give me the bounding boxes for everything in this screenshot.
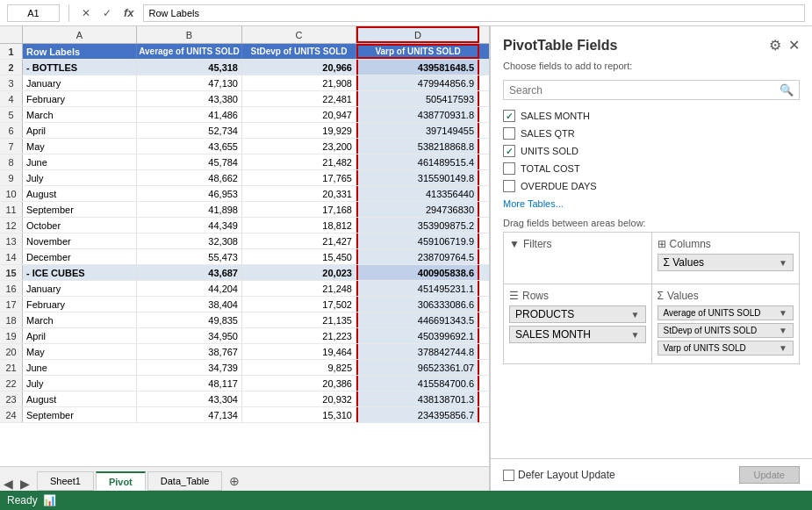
- col-header-b[interactable]: B: [137, 26, 242, 43]
- cell-row1-c[interactable]: StDevp of UNITS SOLD: [242, 44, 356, 59]
- cell-b[interactable]: 38,404: [137, 297, 242, 312]
- cell-d[interactable]: 306333086.6: [356, 297, 479, 312]
- cell-b[interactable]: 43,687: [137, 265, 242, 280]
- cell-d[interactable]: 96523361.07: [356, 360, 479, 375]
- cell-c[interactable]: 17,168: [242, 202, 356, 217]
- cell-c[interactable]: 17,765: [242, 170, 356, 185]
- cell-a[interactable]: April: [23, 328, 137, 343]
- cell-a[interactable]: August: [23, 391, 137, 406]
- cell-b[interactable]: 32,308: [137, 233, 242, 248]
- cell-c[interactable]: 22,481: [242, 91, 356, 106]
- field-checkbox[interactable]: [503, 162, 515, 175]
- cell-a[interactable]: July: [23, 376, 137, 391]
- cell-c[interactable]: 20,331: [242, 186, 356, 201]
- cell-c[interactable]: 21,482: [242, 154, 356, 169]
- pivot-settings-icon[interactable]: ⚙: [769, 37, 781, 54]
- cell-d[interactable]: 397149455: [356, 123, 479, 138]
- cell-a[interactable]: - BOTTLES: [23, 60, 137, 75]
- col-header-a[interactable]: A: [23, 26, 137, 43]
- sheet-tab-pivot[interactable]: Pivot: [96, 471, 146, 491]
- update-button[interactable]: Update: [739, 466, 800, 484]
- cell-a[interactable]: May: [23, 139, 137, 154]
- cell-b[interactable]: 55,473: [137, 249, 242, 264]
- cell-b[interactable]: 44,349: [137, 218, 242, 233]
- cell-d[interactable]: 438770931.8: [356, 107, 479, 122]
- cell-c[interactable]: 20,932: [242, 391, 356, 406]
- cell-b[interactable]: 38,767: [137, 344, 242, 359]
- field-checkbox[interactable]: [503, 110, 515, 122]
- search-input[interactable]: [509, 84, 780, 97]
- cell-b[interactable]: 45,784: [137, 154, 242, 169]
- cell-d[interactable]: 415584700.6: [356, 376, 479, 391]
- cell-c[interactable]: 17,502: [242, 297, 356, 312]
- cell-c[interactable]: 21,427: [242, 233, 356, 248]
- cell-a[interactable]: February: [23, 91, 137, 106]
- field-checkbox[interactable]: [503, 145, 515, 157]
- more-tables-link[interactable]: More Tables...: [491, 195, 812, 212]
- cell-d[interactable]: 438138701.3: [356, 391, 479, 406]
- cell-d[interactable]: 413356440: [356, 186, 479, 201]
- search-box[interactable]: 🔍: [503, 80, 800, 100]
- cell-b[interactable]: 43,380: [137, 91, 242, 106]
- cell-c[interactable]: 20,947: [242, 107, 356, 122]
- cancel-btn[interactable]: ✕: [78, 5, 94, 21]
- cell-a[interactable]: July: [23, 170, 137, 185]
- col-header-d[interactable]: D: [356, 26, 479, 43]
- cell-d[interactable]: 234395856.7: [356, 407, 479, 422]
- cell-c[interactable]: 15,310: [242, 407, 356, 422]
- defer-checkbox[interactable]: [503, 470, 514, 481]
- cell-d[interactable]: 315590149.8: [356, 170, 479, 185]
- cell-a[interactable]: September: [23, 202, 137, 217]
- cell-d[interactable]: 459106719.9: [356, 233, 479, 248]
- cell-a[interactable]: June: [23, 154, 137, 169]
- cell-b[interactable]: 52,734: [137, 123, 242, 138]
- cell-b[interactable]: 43,304: [137, 391, 242, 406]
- sheet-nav-right[interactable]: ▶: [20, 477, 30, 491]
- cell-d[interactable]: 294736830: [356, 202, 479, 217]
- pivot-close-icon[interactable]: ✕: [788, 37, 800, 54]
- cell-b[interactable]: 49,835: [137, 312, 242, 327]
- cell-b[interactable]: 34,950: [137, 328, 242, 343]
- cell-d[interactable]: 461489515.4: [356, 154, 479, 169]
- cell-c[interactable]: 9,825: [242, 360, 356, 375]
- cell-b[interactable]: 47,130: [137, 75, 242, 90]
- cell-d[interactable]: 353909875.2: [356, 218, 479, 233]
- cell-d[interactable]: 439581648.5: [356, 60, 479, 75]
- rows-item-products[interactable]: PRODUCTS ▼: [509, 305, 646, 323]
- cell-b[interactable]: 45,318: [137, 60, 242, 75]
- cell-a[interactable]: January: [23, 75, 137, 90]
- cell-d[interactable]: 238709764.5: [356, 249, 479, 264]
- cell-c[interactable]: 21,135: [242, 312, 356, 327]
- cell-c[interactable]: 19,464: [242, 344, 356, 359]
- cell-d[interactable]: 479944856.9: [356, 75, 479, 90]
- cell-d[interactable]: 378842744.8: [356, 344, 479, 359]
- cell-d[interactable]: 505417593: [356, 91, 479, 106]
- cell-row1-b[interactable]: Average of UNITS SOLD: [137, 44, 242, 59]
- col-header-c[interactable]: C: [242, 26, 356, 43]
- confirm-btn[interactable]: ✓: [99, 5, 115, 21]
- cell-d[interactable]: 450399692.1: [356, 328, 479, 343]
- cell-c[interactable]: 21,223: [242, 328, 356, 343]
- cell-c[interactable]: 23,200: [242, 139, 356, 154]
- cell-c[interactable]: 18,812: [242, 218, 356, 233]
- values-item-varp[interactable]: Varp of UNITS SOLD ▼: [658, 341, 794, 356]
- sheet-tab-datatable[interactable]: Data_Table: [147, 471, 223, 491]
- cell-b[interactable]: 44,204: [137, 281, 242, 296]
- cell-c[interactable]: 20,966: [242, 60, 356, 75]
- cell-c[interactable]: 19,929: [242, 123, 356, 138]
- cell-a[interactable]: February: [23, 297, 137, 312]
- fx-icon[interactable]: fx: [120, 6, 138, 19]
- formula-input[interactable]: [143, 4, 805, 22]
- cell-c[interactable]: 21,248: [242, 281, 356, 296]
- cell-b[interactable]: 47,134: [137, 407, 242, 422]
- cell-reference[interactable]: A1: [7, 4, 60, 22]
- cell-c[interactable]: 20,386: [242, 376, 356, 391]
- cell-d[interactable]: 451495231.1: [356, 281, 479, 296]
- cell-c[interactable]: 20,023: [242, 265, 356, 280]
- cell-b[interactable]: 41,486: [137, 107, 242, 122]
- cell-a[interactable]: September: [23, 407, 137, 422]
- cell-a[interactable]: December: [23, 249, 137, 264]
- columns-item-values[interactable]: Σ Values ▼: [658, 254, 794, 271]
- cell-row1-d[interactable]: Varp of UNITS SOLD: [356, 44, 479, 59]
- cell-c[interactable]: 21,908: [242, 75, 356, 90]
